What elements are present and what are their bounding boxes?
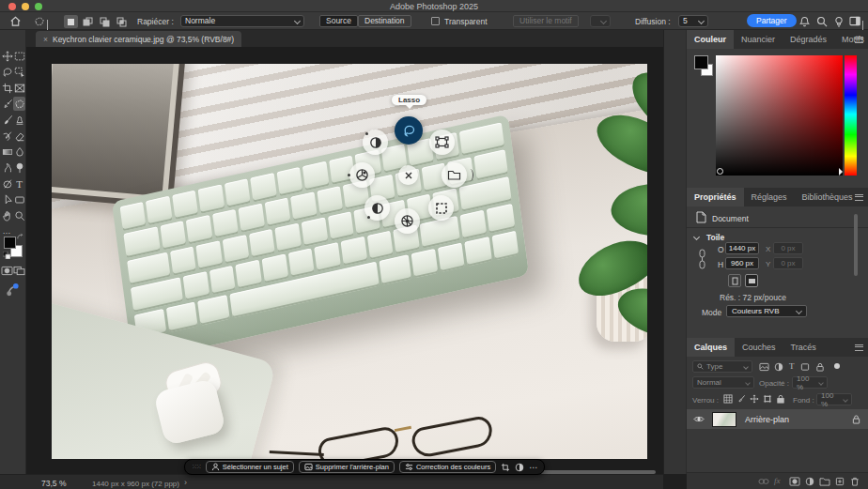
layer-style-fx-icon[interactable]: fx xyxy=(774,476,781,485)
workspace-switcher-icon[interactable] xyxy=(849,16,860,26)
notifications-bell-icon[interactable] xyxy=(799,16,810,27)
filter-toggle-dot[interactable] xyxy=(834,363,840,369)
radial-aperture-button[interactable] xyxy=(395,208,420,234)
lock-transparency-icon[interactable] xyxy=(723,394,733,404)
add-layer-mask-icon[interactable] xyxy=(789,477,800,486)
hand-tool-icon[interactable] xyxy=(1,208,13,222)
selection-mode-add-icon[interactable] xyxy=(81,15,95,28)
screen-mode-icon[interactable] xyxy=(13,264,25,278)
canvas-pasteboard[interactable]: Lasso xyxy=(26,47,663,474)
lock-all-icon[interactable] xyxy=(776,394,785,404)
filter-shape-layers-icon[interactable] xyxy=(800,362,810,372)
object-selection-tool-icon[interactable] xyxy=(13,65,25,79)
quick-mask-mode-icon[interactable] xyxy=(1,264,13,278)
hue-slider[interactable] xyxy=(845,55,857,176)
tab-degrades[interactable]: Dégradés xyxy=(783,30,834,49)
lock-artboard-icon[interactable] xyxy=(763,394,772,404)
diffusion-select[interactable]: 5 xyxy=(678,15,708,27)
width-input[interactable]: 1440 px xyxy=(725,242,759,254)
orientation-portrait-button[interactable] xyxy=(728,274,741,287)
share-app-logo-icon[interactable] xyxy=(5,282,21,298)
radial-lasso-button-selected[interactable] xyxy=(395,116,423,145)
selection-mode-new-icon[interactable] xyxy=(64,15,78,28)
history-brush-tool-icon[interactable] xyxy=(1,129,13,143)
tab-reglages[interactable]: Réglages xyxy=(744,188,795,206)
eraser-tool-icon[interactable] xyxy=(13,129,25,143)
zoom-tool-icon[interactable] xyxy=(13,208,25,222)
crop-tool-icon[interactable] xyxy=(1,81,13,95)
lock-position-icon[interactable] xyxy=(750,394,759,404)
status-chevron-icon[interactable]: › xyxy=(184,478,187,487)
orientation-landscape-button-selected[interactable] xyxy=(745,274,758,287)
tab-couches[interactable]: Couches xyxy=(735,338,783,357)
blur-tool-icon[interactable] xyxy=(13,145,25,159)
color-panel-menu-icon[interactable] xyxy=(855,37,863,43)
source-button[interactable]: Source xyxy=(319,15,358,27)
color-correction-button[interactable]: Correction des couleurs xyxy=(399,461,496,473)
share-button[interactable]: Partager xyxy=(747,14,797,27)
clone-stamp-tool-icon[interactable] xyxy=(13,113,25,127)
rectangular-marquee-tool-icon[interactable] xyxy=(13,49,25,63)
selection-mode-subtract-icon[interactable] xyxy=(98,15,112,28)
swap-colors-icon[interactable] xyxy=(16,233,24,241)
link-layers-icon[interactable] xyxy=(758,478,769,485)
lasso-tool-icon[interactable] xyxy=(1,65,13,79)
new-adjustment-layer-icon[interactable] xyxy=(805,477,814,486)
properties-scrollbar[interactable] xyxy=(854,214,858,276)
layer-filter-select[interactable]: Type xyxy=(692,360,752,373)
color-mode-select[interactable]: Couleurs RVB xyxy=(726,305,807,317)
layer-row-arriere-plan[interactable]: Arrière-plan xyxy=(687,409,868,429)
height-input[interactable]: 960 px xyxy=(725,257,759,269)
radial-color-wheel-button[interactable] xyxy=(349,162,375,188)
gradient-tool-icon[interactable] xyxy=(1,145,13,159)
tab-proprietes[interactable]: Propriétés xyxy=(687,188,744,206)
taskbar-adjustment-icon[interactable] xyxy=(515,463,524,472)
layer-thumbnail[interactable] xyxy=(712,412,736,427)
filter-smart-objects-icon[interactable] xyxy=(815,362,825,372)
brush-tool-icon[interactable] xyxy=(1,113,13,127)
radial-close-button[interactable] xyxy=(398,165,418,185)
close-tab-icon[interactable]: × xyxy=(43,35,48,44)
tab-calques[interactable]: Calques xyxy=(687,338,735,357)
toile-section-chevron-icon[interactable] xyxy=(693,234,700,240)
foreground-color-swatch[interactable] xyxy=(4,237,16,249)
search-icon[interactable] xyxy=(816,16,828,27)
panel-foreground-swatch[interactable] xyxy=(694,55,708,69)
tab-couleur[interactable]: Couleur xyxy=(687,30,734,49)
layer-name[interactable]: Arrière-plan xyxy=(745,415,852,424)
tab-traces[interactable]: Tracés xyxy=(783,338,824,357)
frame-tool-icon[interactable] xyxy=(13,81,25,95)
delete-layer-trash-icon[interactable] xyxy=(850,477,860,486)
patch-mode-select[interactable]: Normale xyxy=(180,15,304,27)
link-dimensions-icon[interactable] xyxy=(698,248,706,270)
radial-transform-button[interactable] xyxy=(429,130,455,155)
properties-panel-menu-icon[interactable] xyxy=(855,194,863,201)
color-saturation-field[interactable] xyxy=(716,55,843,176)
filter-adjustment-layers-icon[interactable] xyxy=(774,362,783,372)
discover-lightbulb-icon[interactable] xyxy=(833,16,845,27)
new-group-folder-icon[interactable] xyxy=(819,477,830,486)
selection-mode-intersect-icon[interactable] xyxy=(115,15,129,28)
layer-visibility-eye-icon[interactable] xyxy=(693,415,705,423)
document-tab[interactable]: × Keychron clavier ceramique.jpg @ 73,5%… xyxy=(36,31,241,47)
smudge-tool-icon[interactable] xyxy=(1,160,13,175)
path-selection-tool-icon[interactable] xyxy=(1,192,13,206)
remove-background-button[interactable]: Supprimer l'arrière-plan xyxy=(299,461,395,473)
taskbar-crop-icon[interactable] xyxy=(501,463,510,472)
hue-slider-marker[interactable] xyxy=(839,168,846,176)
zoom-level-field[interactable]: 73,5 % xyxy=(41,479,66,488)
patch-tool-icon-selected[interactable] xyxy=(13,97,25,111)
taskbar-more-icon[interactable]: ⋯ xyxy=(529,463,537,472)
transparent-checkbox[interactable] xyxy=(431,17,440,25)
lock-pixels-icon[interactable] xyxy=(736,394,746,404)
filter-type-layers-icon[interactable]: T xyxy=(789,361,795,371)
type-tool-icon[interactable]: T xyxy=(13,176,25,191)
radial-selection-button[interactable] xyxy=(428,195,454,221)
new-layer-icon[interactable] xyxy=(835,477,845,486)
tab-bibliotheques[interactable]: Bibliothèques xyxy=(795,188,860,206)
radial-folder-button[interactable] xyxy=(442,162,467,188)
shape-tool-icon[interactable] xyxy=(13,192,25,206)
layer-lock-icon[interactable] xyxy=(852,415,860,424)
pen-tool-icon[interactable] xyxy=(1,176,13,191)
patch-tool-preset-icon[interactable] xyxy=(34,16,45,27)
